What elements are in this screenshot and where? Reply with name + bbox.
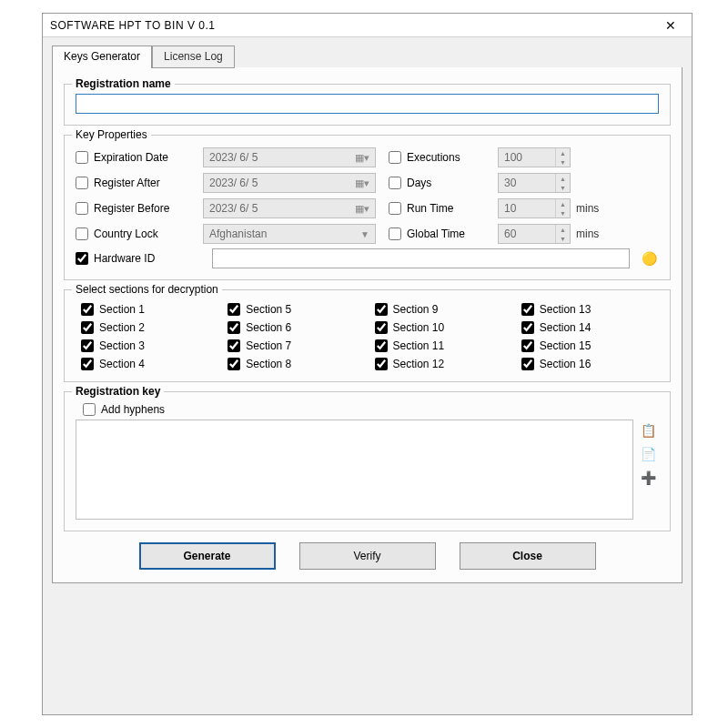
registration-key-textarea[interactable] <box>76 420 633 520</box>
section-checkbox[interactable] <box>228 303 240 316</box>
section-item: Section 14 <box>521 321 653 334</box>
section-checkbox[interactable] <box>81 303 94 316</box>
verify-button[interactable]: Verify <box>299 542 436 570</box>
key-properties-label: Key Properties <box>72 128 151 141</box>
section-label: Section 16 <box>540 358 592 370</box>
section-label: Section 12 <box>393 358 445 370</box>
add-hyphens-checkbox[interactable] <box>83 403 96 416</box>
registration-name-input[interactable] <box>76 94 659 114</box>
section-checkbox[interactable] <box>521 303 534 316</box>
spinner-icon: ▲▼ <box>555 225 570 243</box>
section-item: Section 13 <box>521 303 653 316</box>
section-label: Section 8 <box>246 358 291 370</box>
window-title: SOFTWARE HPT TO BIN V 0.1 <box>50 19 655 32</box>
globaltime-spinner[interactable]: 60 ▲▼ <box>498 224 571 244</box>
registration-key-title: Registration key <box>72 385 164 398</box>
section-item: Section 2 <box>81 321 213 334</box>
country-lock-label: Country Lock <box>94 228 158 240</box>
copy-icon[interactable]: 📋 <box>639 421 657 440</box>
paste-icon[interactable]: 📄 <box>639 445 657 463</box>
section-checkbox[interactable] <box>375 339 388 352</box>
days-spinner[interactable]: 30 ▲▼ <box>498 173 571 193</box>
globaltime-checkbox[interactable] <box>389 228 401 240</box>
button-row: Generate Verify Close <box>64 542 671 570</box>
generate-button[interactable]: Generate <box>139 542 276 570</box>
days-checkbox[interactable] <box>389 177 401 189</box>
spinner-icon: ▲▼ <box>555 199 570 217</box>
runtime-value: 10 <box>504 202 516 215</box>
add-icon[interactable]: ➕ <box>639 469 657 487</box>
spinner-icon: ▲▼ <box>555 174 570 192</box>
tab-keys-generator[interactable]: Keys Generator <box>52 46 152 68</box>
section-label: Section 15 <box>540 339 592 352</box>
section-checkbox[interactable] <box>375 358 388 370</box>
section-label: Section 2 <box>99 321 145 334</box>
section-checkbox[interactable] <box>81 339 94 352</box>
section-checkbox[interactable] <box>228 358 240 370</box>
section-label: Section 10 <box>393 321 445 334</box>
hardware-id-paste-icon[interactable]: 🟡 <box>639 248 659 268</box>
close-icon[interactable]: ✕ <box>655 16 686 35</box>
group-sections: Select sections for decryption Section 1… <box>64 289 671 382</box>
section-item: Section 12 <box>375 358 507 370</box>
section-item: Section 16 <box>521 358 653 370</box>
register-before-value: 2023/ 6/ 5 <box>209 202 258 215</box>
executions-checkbox[interactable] <box>389 151 401 164</box>
regkey-side-icons: 📋 📄 ➕ <box>639 420 659 520</box>
section-checkbox[interactable] <box>521 339 534 352</box>
tab-panel: Registration name Key Properties Expirat… <box>52 67 682 583</box>
section-item: Section 3 <box>81 339 213 352</box>
runtime-checkbox[interactable] <box>389 202 401 215</box>
section-checkbox[interactable] <box>81 321 94 334</box>
expiration-date-checkbox[interactable] <box>76 151 88 164</box>
hardware-id-checkbox[interactable] <box>76 252 88 265</box>
calendar-icon: ▦▾ <box>355 152 369 164</box>
section-checkbox[interactable] <box>375 303 388 316</box>
executions-spinner[interactable]: 100 ▲▼ <box>498 147 571 167</box>
hardware-id-input[interactable] <box>212 248 630 268</box>
client-area: Keys Generator License Log Registration … <box>43 37 692 591</box>
section-checkbox[interactable] <box>228 339 240 352</box>
runtime-unit: mins <box>571 202 611 215</box>
register-before-picker[interactable]: 2023/ 6/ 5 ▦▾ <box>203 198 376 218</box>
register-before-checkbox[interactable] <box>76 202 88 215</box>
section-item: Section 10 <box>375 321 507 334</box>
section-item: Section 11 <box>375 339 507 352</box>
tab-license-log[interactable]: License Log <box>152 46 235 68</box>
add-hyphens-label: Add hyphens <box>101 403 165 416</box>
register-after-label: Register After <box>94 177 160 189</box>
register-after-picker[interactable]: 2023/ 6/ 5 ▦▾ <box>203 173 376 193</box>
calendar-icon: ▦▾ <box>355 177 369 189</box>
section-label: Section 6 <box>246 321 291 334</box>
section-label: Section 14 <box>540 321 592 334</box>
section-label: Section 11 <box>393 339 445 352</box>
sections-grid: Section 1Section 5Section 9Section 13Sec… <box>76 299 659 370</box>
section-checkbox[interactable] <box>228 321 240 334</box>
calendar-icon: ▦▾ <box>355 203 369 215</box>
tabstrip: Keys Generator License Log <box>52 45 682 67</box>
country-value: Afghanistan <box>209 228 267 240</box>
section-label: Section 5 <box>246 303 291 316</box>
section-label: Section 3 <box>99 339 145 352</box>
register-after-checkbox[interactable] <box>76 177 88 189</box>
group-registration-key: Registration key Add hyphens 📋 📄 ➕ <box>64 391 671 531</box>
section-checkbox[interactable] <box>375 321 388 334</box>
section-item: Section 7 <box>228 339 359 352</box>
section-label: Section 1 <box>99 303 145 316</box>
expiration-date-label: Expiration Date <box>94 151 168 164</box>
runtime-spinner[interactable]: 10 ▲▼ <box>498 198 571 218</box>
section-item: Section 15 <box>521 339 653 352</box>
executions-label: Executions <box>407 151 460 164</box>
section-checkbox[interactable] <box>521 358 534 370</box>
window: SOFTWARE HPT TO BIN V 0.1 ✕ Keys Generat… <box>42 13 693 715</box>
expiration-date-picker[interactable]: 2023/ 6/ 5 ▦▾ <box>203 147 376 167</box>
country-combo[interactable]: Afghanistan ▼ <box>203 224 376 244</box>
section-label: Section 7 <box>246 339 291 352</box>
section-checkbox[interactable] <box>521 321 534 334</box>
section-item: Section 6 <box>228 321 359 334</box>
country-lock-checkbox[interactable] <box>76 228 88 240</box>
close-button[interactable]: Close <box>460 542 596 570</box>
register-after-value: 2023/ 6/ 5 <box>209 177 258 189</box>
section-checkbox[interactable] <box>81 358 94 370</box>
section-label: Section 13 <box>540 303 592 316</box>
